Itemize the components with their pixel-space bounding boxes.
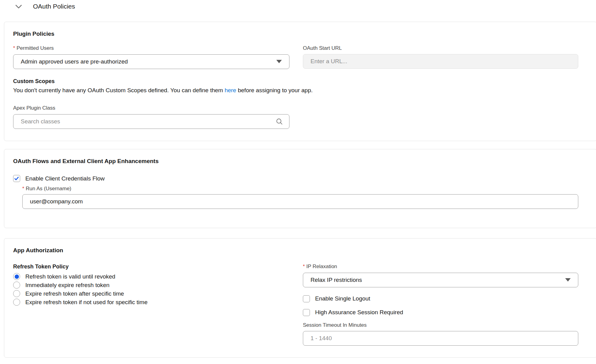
oauth-start-url-input[interactable] (303, 54, 578, 69)
ip-relaxation-label: IP Relaxation (306, 264, 337, 270)
oauth-flows-card: OAuth Flows and External Client App Enha… (4, 149, 596, 228)
custom-scopes-text-before: You don't currently have any OAuth Custo… (13, 87, 225, 93)
client-credentials-checkbox[interactable] (13, 175, 20, 182)
immediately-expire-radio[interactable] (13, 282, 20, 289)
app-authorization-right-column: * IP Relaxation Relax IP restrictions En… (303, 264, 578, 346)
refresh-token-policy-label: Refresh Token Policy (13, 264, 289, 270)
run-as-input[interactable] (22, 194, 578, 209)
apex-class-search-input[interactable] (13, 114, 289, 129)
radio-option-row: Expire refresh token if not used for spe… (13, 299, 289, 306)
oauth-policies-section-header: OAuth Policies (13, 1, 75, 12)
oauth-start-url-label: OAuth Start URL (303, 45, 342, 51)
required-asterisk: * (22, 186, 24, 192)
chevron-down-icon[interactable] (13, 1, 24, 12)
refresh-valid-until-revoked-radio[interactable] (13, 273, 20, 280)
section-title: OAuth Policies (33, 3, 75, 10)
ip-relaxation-value: Relax IP restrictions (311, 277, 362, 283)
plugin-policies-title: Plugin Policies (13, 31, 578, 37)
custom-scopes-title: Custom Scopes (13, 78, 578, 85)
required-asterisk: * (13, 45, 15, 52)
radio-option-row: Expire refresh token after specific time (13, 290, 289, 297)
permitted-users-label: Permitted Users (16, 45, 54, 51)
radio-option-row: Immediately expire refresh token (13, 282, 289, 289)
app-authorization-title: App Authorization (13, 247, 578, 254)
ip-relaxation-field: * IP Relaxation Relax IP restrictions (303, 264, 578, 287)
session-timeout-label: Session Timeout In Minutes (303, 322, 367, 328)
radio-option-label: Refresh token is valid until revoked (25, 273, 115, 280)
apex-plugin-class-label: Apex Plugin Class (13, 105, 55, 111)
run-as-field: * Run As (Username) (22, 186, 578, 209)
required-asterisk: * (303, 264, 305, 270)
refresh-token-policy-group: Refresh Token Policy Refresh token is va… (13, 264, 289, 346)
radio-option-label: Immediately expire refresh token (25, 282, 110, 289)
radio-option-row: Refresh token is valid until revoked (13, 273, 289, 280)
check-icon (14, 176, 19, 181)
search-icon (275, 118, 283, 127)
session-timeout-field: Session Timeout In Minutes (303, 322, 578, 346)
apex-plugin-class-field: Apex Plugin Class (13, 105, 578, 129)
custom-scopes-text-after: before assigning to your app. (236, 87, 313, 93)
permitted-users-value: Admin approved users are pre-authorized (21, 58, 128, 65)
define-here-link[interactable]: here (225, 87, 236, 93)
high-assurance-label: High Assurance Session Required (315, 309, 403, 316)
enable-single-logout-checkbox[interactable] (303, 295, 310, 302)
oauth-flows-title: OAuth Flows and External Client App Enha… (13, 158, 578, 165)
session-timeout-input[interactable] (303, 331, 578, 346)
expire-after-time-radio[interactable] (13, 290, 20, 297)
app-authorization-card: App Authorization Refresh Token Policy R… (4, 238, 596, 358)
radio-option-label: Expire refresh token if not used for spe… (25, 299, 147, 306)
custom-scopes-block: Custom Scopes You don't currently have a… (13, 78, 578, 94)
run-as-label: Run As (Username) (26, 186, 71, 192)
permitted-users-field: * Permitted Users Admin approved users a… (13, 45, 289, 69)
expire-if-not-used-radio[interactable] (13, 299, 20, 306)
dropdown-arrow-icon (565, 278, 571, 282)
permitted-users-select[interactable]: Admin approved users are pre-authorized (13, 54, 289, 69)
enable-single-logout-label: Enable Single Logout (315, 295, 370, 302)
dropdown-arrow-icon (276, 60, 282, 63)
ip-relaxation-select[interactable]: Relax IP restrictions (303, 273, 578, 287)
radio-option-label: Expire refresh token after specific time (25, 290, 124, 297)
high-assurance-checkbox[interactable] (303, 309, 310, 316)
plugin-policies-card: Plugin Policies * Permitted Users Admin … (4, 22, 596, 141)
client-credentials-label: Enable Client Credentials Flow (25, 175, 105, 182)
oauth-start-url-field: OAuth Start URL (303, 45, 578, 69)
